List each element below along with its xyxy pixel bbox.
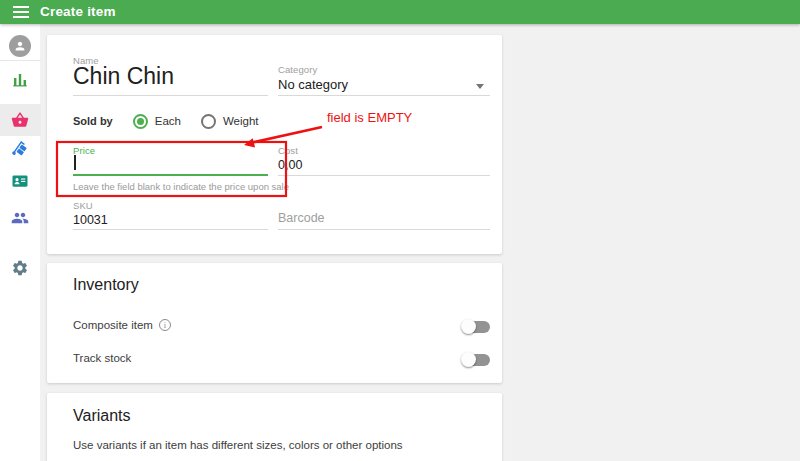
composite-item-toggle[interactable] <box>461 319 491 334</box>
name-input[interactable] <box>73 61 268 91</box>
category-select[interactable]: No category <box>278 77 490 94</box>
item-form-card: Name Category No category Sold by Each W… <box>47 35 502 254</box>
people-icon <box>11 209 29 227</box>
sku-underline <box>73 229 268 230</box>
gear-icon <box>11 259 29 277</box>
chevron-down-icon[interactable] <box>476 84 484 89</box>
cost-input[interactable] <box>278 156 490 173</box>
category-label: Category <box>278 64 317 75</box>
radio-each[interactable] <box>133 114 148 129</box>
radio-weight-label[interactable]: Weight <box>223 115 259 127</box>
inventory-title: Inventory <box>73 276 139 294</box>
basket-icon <box>11 111 29 129</box>
sold-by-row: Sold by Each Weight <box>73 113 279 129</box>
category-underline <box>278 95 490 96</box>
sold-by-label: Sold by <box>73 115 113 127</box>
composite-item-label: Composite item <box>73 319 153 331</box>
sidebar-item-settings[interactable] <box>0 252 41 284</box>
hand-truck-icon <box>11 141 29 159</box>
sidebar-item-account[interactable] <box>0 30 41 58</box>
info-icon[interactable] <box>159 319 171 331</box>
avatar-icon <box>9 35 31 57</box>
sidebar-item-reports[interactable] <box>0 64 41 96</box>
price-input[interactable] <box>75 152 267 172</box>
inventory-card: Inventory Composite item Track stock <box>47 263 502 383</box>
name-underline <box>73 95 268 96</box>
variants-card: Variants Use variants if an item has dif… <box>47 393 502 461</box>
price-text-cursor <box>74 155 76 170</box>
variants-description: Use variants if an item has different si… <box>73 439 403 451</box>
radio-weight[interactable] <box>201 114 216 129</box>
sidebar-divider <box>0 60 41 61</box>
barcode-underline <box>278 229 490 230</box>
cost-underline <box>278 175 490 176</box>
price-helper-text: Leave the field blank to indicate the pr… <box>73 181 289 192</box>
sidebar-item-inventory[interactable] <box>0 134 41 166</box>
cost-label: Cost <box>278 145 298 156</box>
sidebar-item-items[interactable] <box>0 104 41 136</box>
category-value: No category <box>278 77 348 92</box>
bar-chart-icon <box>11 71 29 89</box>
price-underline-focused <box>73 174 268 176</box>
barcode-input[interactable] <box>278 209 490 227</box>
toggle-knob <box>461 319 476 334</box>
track-stock-row: Track stock <box>73 351 131 365</box>
menu-icon[interactable] <box>13 6 29 18</box>
radio-each-label[interactable]: Each <box>155 115 181 127</box>
sidebar-item-employees[interactable] <box>0 165 41 197</box>
sidebar <box>0 24 41 461</box>
variants-title: Variants <box>73 407 131 425</box>
id-badge-icon <box>11 172 29 190</box>
sku-label: SKU <box>73 200 93 211</box>
app-header: Create item <box>0 0 800 24</box>
toggle-knob <box>461 352 476 367</box>
track-stock-label: Track stock <box>73 352 131 364</box>
sku-input[interactable] <box>73 211 268 228</box>
page-title: Create item <box>40 0 116 24</box>
composite-item-row: Composite item <box>73 318 171 332</box>
track-stock-toggle[interactable] <box>461 352 491 367</box>
sidebar-item-customers[interactable] <box>0 202 41 234</box>
